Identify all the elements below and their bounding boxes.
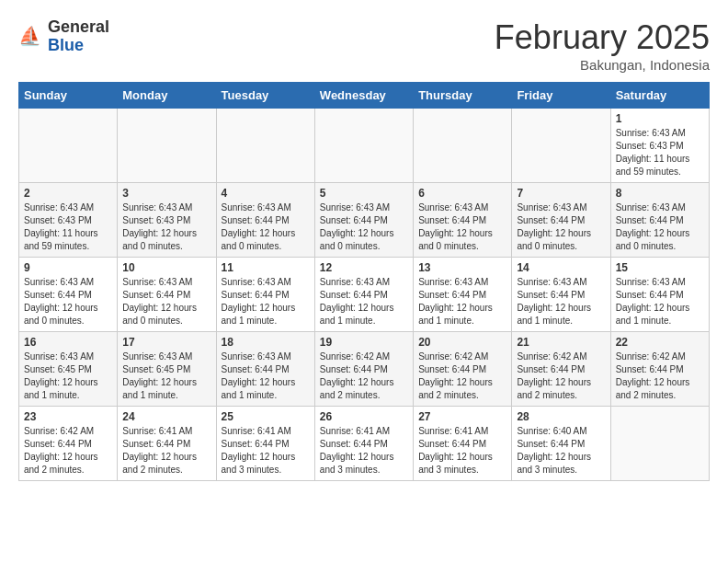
day-info: Sunrise: 6:40 AMSunset: 6:44 PMDaylight:… [517, 425, 605, 477]
day-number: 16 [24, 336, 112, 349]
calendar-day-cell: 19Sunrise: 6:42 AMSunset: 6:44 PMDayligh… [314, 332, 413, 407]
day-of-week-header: Saturday [610, 83, 709, 109]
location-label: Bakungan, Indonesia [495, 57, 710, 73]
calendar-week-row: 2Sunrise: 6:43 AMSunset: 6:43 PMDaylight… [19, 183, 710, 258]
logo: ⛵ General Blue [18, 18, 109, 55]
calendar-day-cell: 17Sunrise: 6:43 AMSunset: 6:45 PMDayligh… [118, 332, 216, 407]
calendar-week-row: 9Sunrise: 6:43 AMSunset: 6:44 PMDaylight… [19, 258, 710, 332]
calendar-day-cell: 27Sunrise: 6:41 AMSunset: 6:44 PMDayligh… [414, 407, 512, 481]
svg-text:⛵: ⛵ [18, 25, 41, 47]
calendar-empty-cell [216, 109, 314, 183]
calendar-day-cell: 6Sunrise: 6:43 AMSunset: 6:44 PMDaylight… [414, 183, 512, 258]
calendar-day-cell: 4Sunrise: 6:43 AMSunset: 6:44 PMDaylight… [216, 183, 314, 258]
calendar-day-cell: 2Sunrise: 6:43 AMSunset: 6:43 PMDaylight… [19, 183, 118, 258]
day-info: Sunrise: 6:43 AMSunset: 6:44 PMDaylight:… [122, 276, 210, 327]
logo-general-text: General [48, 18, 109, 37]
calendar-empty-cell [314, 109, 413, 183]
day-number: 21 [517, 336, 605, 349]
calendar-empty-cell [610, 407, 709, 481]
calendar-day-cell: 9Sunrise: 6:43 AMSunset: 6:44 PMDaylight… [19, 258, 118, 332]
day-number: 22 [616, 336, 704, 349]
day-info: Sunrise: 6:43 AMSunset: 6:44 PMDaylight:… [517, 201, 605, 253]
calendar-day-cell: 7Sunrise: 6:43 AMSunset: 6:44 PMDaylight… [512, 183, 610, 258]
calendar-day-cell: 28Sunrise: 6:40 AMSunset: 6:44 PMDayligh… [512, 407, 610, 481]
calendar-table: SundayMondayTuesdayWednesdayThursdayFrid… [18, 82, 710, 481]
day-number: 18 [222, 336, 310, 349]
logo-blue-text: Blue [48, 37, 109, 55]
day-number: 11 [222, 261, 310, 274]
day-info: Sunrise: 6:43 AMSunset: 6:44 PMDaylight:… [24, 276, 112, 327]
day-number: 26 [320, 410, 408, 423]
day-info: Sunrise: 6:43 AMSunset: 6:44 PMDaylight:… [616, 201, 704, 253]
calendar-day-cell: 3Sunrise: 6:43 AMSunset: 6:43 PMDaylight… [118, 183, 216, 258]
calendar-empty-cell [19, 109, 118, 183]
calendar-day-cell: 10Sunrise: 6:43 AMSunset: 6:44 PMDayligh… [118, 258, 216, 332]
day-info: Sunrise: 6:41 AMSunset: 6:44 PMDaylight:… [320, 425, 408, 477]
calendar-day-cell: 20Sunrise: 6:42 AMSunset: 6:44 PMDayligh… [414, 332, 512, 407]
calendar-day-cell: 1Sunrise: 6:43 AMSunset: 6:43 PMDaylight… [610, 109, 709, 183]
day-info: Sunrise: 6:43 AMSunset: 6:44 PMDaylight:… [222, 350, 310, 402]
calendar-day-cell: 16Sunrise: 6:43 AMSunset: 6:45 PMDayligh… [19, 332, 118, 407]
calendar-week-row: 1Sunrise: 6:43 AMSunset: 6:43 PMDaylight… [19, 109, 710, 183]
calendar-day-cell: 25Sunrise: 6:41 AMSunset: 6:44 PMDayligh… [216, 407, 314, 481]
day-info: Sunrise: 6:43 AMSunset: 6:44 PMDaylight:… [418, 276, 506, 327]
day-number: 7 [517, 187, 605, 200]
calendar-day-cell: 24Sunrise: 6:41 AMSunset: 6:44 PMDayligh… [118, 407, 216, 481]
day-of-week-header: Thursday [414, 83, 512, 109]
day-of-week-header: Wednesday [314, 83, 413, 109]
day-info: Sunrise: 6:41 AMSunset: 6:44 PMDaylight:… [222, 425, 310, 477]
day-of-week-header: Friday [512, 83, 610, 109]
day-info: Sunrise: 6:42 AMSunset: 6:44 PMDaylight:… [320, 350, 408, 402]
calendar-empty-cell [414, 109, 512, 183]
calendar-week-row: 23Sunrise: 6:42 AMSunset: 6:44 PMDayligh… [19, 407, 710, 481]
day-number: 8 [616, 187, 704, 200]
day-info: Sunrise: 6:41 AMSunset: 6:44 PMDaylight:… [418, 425, 506, 477]
day-number: 14 [517, 261, 605, 274]
day-info: Sunrise: 6:42 AMSunset: 6:44 PMDaylight:… [517, 350, 605, 402]
day-info: Sunrise: 6:43 AMSunset: 6:44 PMDaylight:… [222, 201, 310, 253]
calendar-day-cell: 26Sunrise: 6:41 AMSunset: 6:44 PMDayligh… [314, 407, 413, 481]
calendar-day-cell: 15Sunrise: 6:43 AMSunset: 6:44 PMDayligh… [610, 258, 709, 332]
day-of-week-header: Tuesday [216, 83, 314, 109]
day-number: 28 [517, 410, 605, 423]
day-number: 1 [616, 112, 704, 125]
day-number: 13 [418, 261, 506, 274]
day-of-week-header: Monday [118, 83, 216, 109]
day-info: Sunrise: 6:43 AMSunset: 6:44 PMDaylight:… [222, 276, 310, 327]
day-info: Sunrise: 6:43 AMSunset: 6:43 PMDaylight:… [122, 201, 210, 253]
day-number: 25 [222, 410, 310, 423]
day-number: 15 [616, 261, 704, 274]
day-info: Sunrise: 6:42 AMSunset: 6:44 PMDaylight:… [418, 350, 506, 402]
day-info: Sunrise: 6:43 AMSunset: 6:44 PMDaylight:… [320, 276, 408, 327]
logo-icon: ⛵ [18, 24, 44, 50]
calendar-day-cell: 13Sunrise: 6:43 AMSunset: 6:44 PMDayligh… [414, 258, 512, 332]
calendar-day-cell: 11Sunrise: 6:43 AMSunset: 6:44 PMDayligh… [216, 258, 314, 332]
calendar-empty-cell [118, 109, 216, 183]
day-info: Sunrise: 6:43 AMSunset: 6:44 PMDaylight:… [616, 276, 704, 327]
calendar-day-cell: 8Sunrise: 6:43 AMSunset: 6:44 PMDaylight… [610, 183, 709, 258]
day-number: 9 [24, 261, 112, 274]
day-number: 4 [222, 187, 310, 200]
day-info: Sunrise: 6:42 AMSunset: 6:44 PMDaylight:… [616, 350, 704, 402]
calendar-empty-cell [512, 109, 610, 183]
calendar-day-cell: 5Sunrise: 6:43 AMSunset: 6:44 PMDaylight… [314, 183, 413, 258]
day-number: 17 [122, 336, 210, 349]
day-number: 3 [122, 187, 210, 200]
day-number: 23 [24, 410, 112, 423]
calendar-day-cell: 22Sunrise: 6:42 AMSunset: 6:44 PMDayligh… [610, 332, 709, 407]
day-info: Sunrise: 6:41 AMSunset: 6:44 PMDaylight:… [122, 425, 210, 477]
day-number: 19 [320, 336, 408, 349]
calendar-day-cell: 23Sunrise: 6:42 AMSunset: 6:44 PMDayligh… [19, 407, 118, 481]
calendar-day-cell: 18Sunrise: 6:43 AMSunset: 6:44 PMDayligh… [216, 332, 314, 407]
calendar-day-cell: 21Sunrise: 6:42 AMSunset: 6:44 PMDayligh… [512, 332, 610, 407]
title-block: February 2025 Bakungan, Indonesia [495, 18, 710, 73]
day-info: Sunrise: 6:43 AMSunset: 6:44 PMDaylight:… [320, 201, 408, 253]
day-info: Sunrise: 6:43 AMSunset: 6:45 PMDaylight:… [122, 350, 210, 402]
day-number: 6 [418, 187, 506, 200]
day-number: 2 [24, 187, 112, 200]
month-title: February 2025 [495, 18, 710, 57]
page-header: ⛵ General Blue February 2025 Bakungan, I… [18, 18, 710, 73]
day-info: Sunrise: 6:43 AMSunset: 6:43 PMDaylight:… [24, 201, 112, 253]
day-number: 24 [122, 410, 210, 423]
day-info: Sunrise: 6:43 AMSunset: 6:44 PMDaylight:… [418, 201, 506, 253]
